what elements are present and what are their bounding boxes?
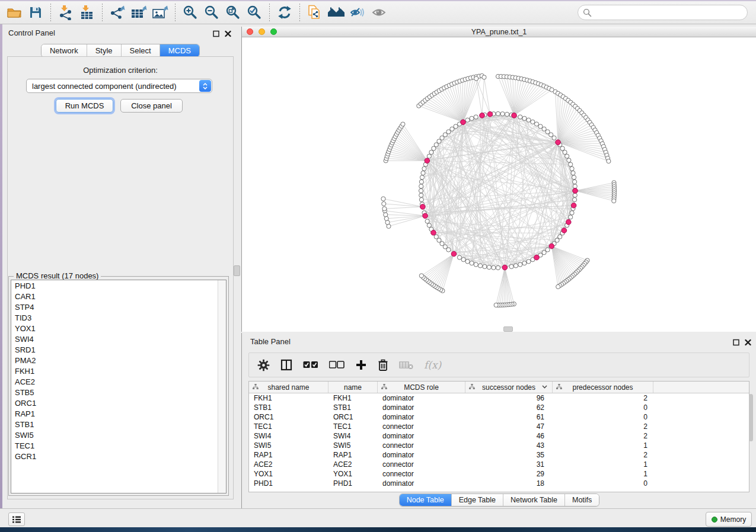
table-row[interactable]: ACE2ACE2connector311 — [249, 460, 749, 469]
cell: dominator — [378, 432, 465, 440]
tab-edge-table[interactable]: Edge Table — [451, 494, 503, 506]
cell: TEC1 — [249, 422, 328, 431]
deselect-all-icon[interactable] — [329, 361, 344, 369]
close-panel-icon[interactable] — [225, 30, 231, 37]
tab-motifs[interactable]: Motifs — [564, 494, 599, 506]
table-row[interactable]: PHD1PHD1dominator180 — [249, 479, 749, 488]
tab-style[interactable]: Style — [87, 44, 121, 57]
cell: 2 — [553, 394, 653, 402]
mcds-result-node[interactable]: SWI4 — [11, 334, 226, 344]
table-row[interactable]: FKH1FKH1dominator962 — [249, 393, 749, 403]
tab-mcds[interactable]: MCDS — [160, 44, 199, 57]
task-history-button[interactable] — [8, 512, 25, 526]
column-header-mcds-role[interactable]: MCDS role — [378, 382, 465, 393]
table-row[interactable]: SWI5SWI5connector431 — [249, 441, 749, 450]
close-panel-button[interactable]: Close panel — [120, 99, 183, 113]
cell: 2 — [553, 451, 653, 459]
export-image-button[interactable] — [149, 2, 171, 23]
mcds-result-node[interactable]: TID3 — [11, 312, 226, 323]
close-panel-icon[interactable] — [745, 339, 751, 346]
column-header-shared-name[interactable]: shared name — [249, 382, 328, 393]
tab-select[interactable]: Select — [121, 44, 160, 57]
export-table-button[interactable] — [128, 2, 149, 23]
mcds-result-node[interactable]: RAP1 — [11, 408, 226, 419]
mcds-result-group: MCDS result (17 nodes) PHD1CAR1STP4TID3Y… — [8, 276, 229, 496]
optimization-criterion-select[interactable]: largest connected component (undirected) — [26, 79, 212, 93]
mcds-list-scrollbar[interactable] — [218, 280, 226, 493]
refresh-button[interactable] — [274, 2, 295, 23]
main-toolbar — [0, 0, 756, 24]
table-scrollbar[interactable] — [748, 392, 754, 491]
vertical-splitter-handle[interactable] — [234, 265, 240, 276]
cell: FKH1 — [328, 394, 378, 402]
save-session-button[interactable] — [25, 2, 46, 23]
mcds-result-node[interactable]: ACE2 — [11, 376, 226, 387]
mcds-result-node[interactable]: STB1 — [11, 419, 226, 430]
select-all-icon[interactable] — [303, 361, 318, 369]
network-view-window: YPA_prune.txt_1 — [241, 27, 756, 332]
cell: dominator — [378, 403, 465, 412]
mcds-result-node[interactable]: STB5 — [11, 387, 226, 398]
cell: TEC1 — [328, 422, 378, 431]
tab-node-table[interactable]: Node Table — [400, 494, 451, 506]
table-row[interactable]: SWI4SWI4dominator462 — [249, 431, 749, 441]
select-stepper-icon — [199, 80, 211, 92]
mcds-result-node[interactable]: ORC1 — [11, 398, 226, 408]
column-header-predecessor-nodes[interactable]: predecessor nodes — [553, 382, 653, 393]
node-table[interactable]: shared namenameMCDS rolesuccessor nodesp… — [248, 381, 749, 492]
tab-network-table[interactable]: Network Table — [503, 494, 564, 506]
table-row[interactable]: RAP1RAP1dominator352 — [249, 450, 749, 460]
table-row[interactable]: YOX1YOX1connector291 — [249, 469, 749, 479]
memory-button[interactable]: Memory — [706, 512, 752, 527]
mcds-result-node[interactable]: STP4 — [11, 302, 226, 312]
horizontal-splitter-handle[interactable] — [503, 326, 513, 332]
mcds-result-node[interactable]: SWI5 — [11, 430, 226, 440]
mcds-result-node[interactable]: SRD1 — [11, 344, 226, 355]
mcds-result-node[interactable]: YOX1 — [11, 323, 226, 334]
delete-row-icon[interactable] — [378, 359, 388, 371]
show-all-button[interactable] — [368, 2, 390, 23]
column-header-name[interactable]: name — [328, 382, 378, 393]
run-mcds-button[interactable]: Run MCDS — [56, 99, 113, 113]
hide-selected-button[interactable] — [347, 2, 368, 23]
first-neighbors-button[interactable] — [326, 2, 347, 23]
mcds-result-node[interactable]: FKH1 — [11, 366, 226, 376]
mcds-result-node[interactable]: GCR1 — [11, 451, 226, 462]
network-graph-canvas[interactable] — [242, 37, 755, 331]
export-image-icon — [151, 5, 169, 20]
table-row[interactable]: ORC1ORC1dominator610 — [249, 412, 749, 422]
mcds-result-node[interactable]: CAR1 — [11, 291, 226, 302]
search-box[interactable] — [578, 5, 748, 20]
gear-icon[interactable] — [257, 359, 270, 371]
first-neighbors-icon — [327, 5, 345, 20]
mcds-result-node[interactable]: PHD1 — [11, 280, 226, 291]
table-row[interactable]: STB1STB1dominator620 — [249, 403, 749, 412]
open-file-button[interactable] — [4, 2, 25, 23]
add-row-icon[interactable] — [355, 359, 367, 371]
mcds-result-list[interactable]: PHD1CAR1STP4TID3YOX1SWI4SRD1PMA2FKH1ACE2… — [11, 280, 227, 493]
table-row[interactable]: TEC1TEC1connector472 — [249, 422, 749, 431]
import-table-button[interactable] — [76, 2, 98, 23]
control-panel-title: Control Panel — [8, 28, 55, 37]
import-network-button[interactable] — [55, 2, 76, 23]
mcds-result-node[interactable]: TEC1 — [11, 440, 226, 451]
show-columns-icon[interactable] — [280, 359, 292, 371]
fit-content-button[interactable] — [222, 2, 244, 23]
cell: 2 — [553, 432, 653, 440]
zoom-in-button[interactable] — [180, 2, 201, 23]
zoom-selected-button[interactable] — [244, 2, 265, 23]
cell: connector — [378, 422, 465, 431]
cell: 29 — [465, 470, 553, 478]
column-header-successor-nodes[interactable]: successor nodes — [465, 382, 553, 393]
float-window-icon[interactable] — [733, 339, 739, 346]
float-window-icon[interactable] — [213, 30, 219, 37]
cell: YOX1 — [328, 470, 378, 478]
network-window-titlebar[interactable]: YPA_prune.txt_1 — [242, 27, 756, 37]
export-network-button[interactable] — [107, 2, 128, 23]
mcds-result-node[interactable]: PMA2 — [11, 355, 226, 366]
zoom-out-button[interactable] — [201, 2, 222, 23]
copy-network-button[interactable] — [304, 2, 326, 23]
search-input[interactable] — [595, 8, 747, 18]
cell: 35 — [465, 451, 553, 459]
tab-network[interactable]: Network — [42, 44, 87, 57]
